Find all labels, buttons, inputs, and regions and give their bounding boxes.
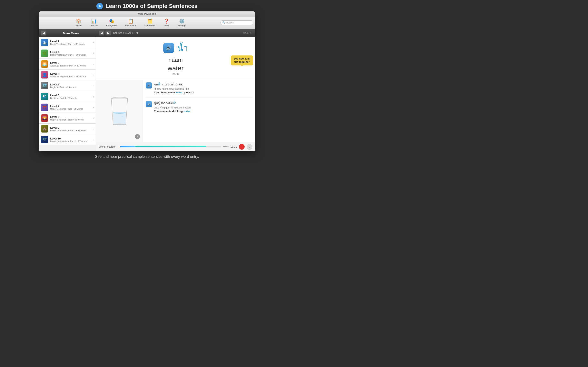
- level-3-name: Level 3: [50, 61, 91, 64]
- nav-courses[interactable]: 📊 Courses: [86, 18, 102, 27]
- sentence-2-speaker[interactable]: 🔊: [146, 101, 152, 107]
- level-item-6[interactable]: 🌊 Level 6 Beginner Part II • 99 words ›: [39, 91, 96, 102]
- voice-separator: [118, 145, 118, 149]
- app-window: Word Power Thai 🏠 Home 📊 Courses 🎭 Categ…: [39, 11, 255, 151]
- nav-about[interactable]: ❓ About: [160, 18, 174, 27]
- level-5-name: Level 5: [50, 83, 91, 86]
- caption-text: See and hear practical sample sentences …: [95, 155, 199, 159]
- bottom-caption: See and hear practical sample sentences …: [0, 151, 294, 162]
- level-1-arrow: ›: [93, 41, 94, 44]
- record-button[interactable]: [239, 144, 245, 150]
- progress-fill-teal: [135, 146, 206, 147]
- level-7-arrow: ›: [93, 106, 94, 109]
- glass-svg: [105, 95, 134, 127]
- sentence-1-thai-after: หน่อยได้ไหมคะ: [162, 83, 182, 86]
- sentence-divider: [146, 97, 252, 98]
- level-1-info: Level 1 Basic Vocabulary Part I • 87 wor…: [50, 40, 91, 45]
- level-8-desc: Upper Beginner Part II • 97 words: [50, 118, 91, 121]
- about-icon: ❓: [164, 18, 169, 24]
- progress-container: 〜〜: [120, 145, 229, 149]
- level-3-info: Level 3 Absolute Beginner Part I • 89 wo…: [50, 61, 91, 67]
- level-8-name: Level 8: [50, 115, 91, 118]
- level-7-desc: Upper Beginner Part I • 90 words: [50, 108, 91, 110]
- level-3-thumb: 🌅: [41, 60, 48, 68]
- level-9-thumb: 🏘️: [41, 125, 48, 133]
- sentences-area: + 🔊 ขอน้ำหน่อยได้ไหมคะ khǎaw náam nàwy d…: [96, 80, 255, 142]
- nav-flashcards-label: Flashcards: [125, 24, 136, 27]
- romanized-word: náam: [168, 57, 183, 63]
- level-7-thumb: ⛩️: [41, 104, 48, 111]
- play-button[interactable]: ▶: [247, 144, 252, 150]
- star-button[interactable]: ☆: [249, 31, 252, 35]
- level-9-name: Level 9: [50, 126, 91, 129]
- nav-wordbank[interactable]: 🗂️ Word Bank: [140, 18, 159, 27]
- sentence-1-english-after: , please?: [182, 91, 194, 94]
- search-input[interactable]: [226, 21, 251, 24]
- level-item-8[interactable]: 🌄 Level 8 Upper Beginner Part II • 97 wo…: [39, 113, 96, 124]
- level-1-thumb: 🏔️: [41, 39, 48, 46]
- app-title: Word Power Thai: [138, 12, 156, 15]
- level-4-desc: Absolute Beginner Part II • 82 words: [50, 75, 91, 78]
- mini-speaker-1-icon: 🔊: [147, 84, 151, 87]
- search-box[interactable]: 🔍: [221, 20, 253, 25]
- progress-fill-blue: [120, 146, 135, 147]
- level-4-info: Level 4 Absolute Beginner Part II • 82 w…: [50, 72, 91, 78]
- english-word: water: [168, 64, 183, 72]
- sentence-2-thai-before: ผู้หญิงกำลังดื่ม: [154, 101, 173, 105]
- sentence-2-text: ผู้หญิงกำลังดื่มน้ำ phûu-yǐng gam-lang d…: [154, 101, 252, 113]
- level-item-1[interactable]: 🏔️ Level 1 Basic Vocabulary Part I • 87 …: [39, 37, 96, 48]
- level-5-info: Level 5 Beginner Part I • 96 words: [50, 83, 91, 89]
- sentence-1-english-before: Can I have some: [154, 91, 176, 94]
- level-2-desc: Basic Vocabulary Part II • 100 words: [50, 54, 91, 56]
- nav-items: 🏠 Home 📊 Courses 🎭 Categories 📋 Flashcar…: [41, 18, 221, 27]
- search-icon: 🔍: [222, 21, 225, 24]
- level-1-name: Level 1: [50, 40, 91, 43]
- nav-categories-label: Categories: [106, 24, 117, 27]
- level-9-desc: Lower Intermediate Part I • 98 words: [50, 129, 91, 132]
- level-item-7[interactable]: ⛩️ Level 7 Upper Beginner Part I • 90 wo…: [39, 102, 96, 113]
- sentence-2-thai: ผู้หญิงกำลังดื่มน้ำ: [154, 101, 252, 106]
- level-item-9[interactable]: 🏘️ Level 9 Lower Intermediate Part I • 9…: [39, 124, 96, 134]
- prev-button[interactable]: ◀: [99, 31, 104, 35]
- level-10-thumb: 🌃: [41, 136, 48, 143]
- level-7-name: Level 7: [50, 105, 91, 108]
- thai-word: น้ำ: [177, 41, 188, 55]
- level-item-10[interactable]: 🌃 Level 10 Lower Intermediate Part II • …: [39, 134, 96, 145]
- progress-track[interactable]: [120, 146, 221, 147]
- level-item-3[interactable]: 🌅 Level 3 Absolute Beginner Part I • 89 …: [39, 59, 96, 69]
- level-4-name: Level 4: [50, 72, 91, 75]
- right-header: ◀ ▶ Courses > Level 1 > All 42/46 ☆: [96, 29, 255, 37]
- level-3-arrow: ›: [93, 62, 94, 66]
- level-item-2[interactable]: 🌿 Level 2 Basic Vocabulary Part II • 100…: [39, 48, 96, 59]
- sentence-1-thai-highlight: น้ำ: [158, 83, 162, 86]
- sentence-2-english: The woman is drinking water.: [154, 110, 252, 113]
- next-button[interactable]: ▶: [105, 31, 111, 35]
- zoom-button[interactable]: +: [135, 134, 140, 139]
- svg-point-2: [113, 112, 126, 113]
- word-card: 🔊 น้ำ náam water noun See how it all fit…: [96, 37, 255, 80]
- level-10-desc: Lower Intermediate Part II • 97 words: [50, 140, 91, 142]
- word-type: noun: [172, 72, 179, 76]
- level-10-info: Level 10 Lower Intermediate Part II • 97…: [50, 137, 91, 142]
- home-icon: 🏠: [76, 18, 81, 24]
- level-item-4[interactable]: 👤 Level 4 Absolute Beginner Part II • 82…: [39, 69, 96, 80]
- categories-icon: 🎭: [109, 18, 114, 24]
- nav-settings-label: Settings: [178, 24, 186, 27]
- speaker-button[interactable]: 🔊: [163, 43, 174, 53]
- level-6-desc: Beginner Part II • 99 words: [50, 97, 91, 99]
- sentence-1-english-highlight: water: [176, 91, 182, 94]
- wordbank-icon: 🗂️: [147, 18, 153, 24]
- nav-categories[interactable]: 🎭 Categories: [102, 18, 121, 27]
- nav-flashcards[interactable]: 📋 Flashcards: [121, 18, 140, 27]
- nav-settings[interactable]: ⚙️ Settings: [173, 18, 190, 27]
- level-9-info: Level 9 Lower Intermediate Part I • 98 w…: [50, 126, 91, 132]
- level-2-thumb: 🌿: [41, 50, 48, 57]
- sidebar-back-button[interactable]: ◀: [41, 31, 46, 35]
- sentence-1-speaker[interactable]: 🔊: [146, 82, 152, 89]
- sound-waves-icon: 〜〜: [223, 145, 229, 149]
- level-2-name: Level 2: [50, 50, 91, 54]
- voice-recorder-bar: Voice Recorder 〜〜 00:31 ▶: [96, 142, 255, 151]
- level-item-5[interactable]: 🏙️ Level 5 Beginner Part I • 96 words ›: [39, 80, 96, 91]
- voice-recorder-label: Voice Recorder: [99, 145, 116, 148]
- nav-home[interactable]: 🏠 Home: [71, 18, 86, 27]
